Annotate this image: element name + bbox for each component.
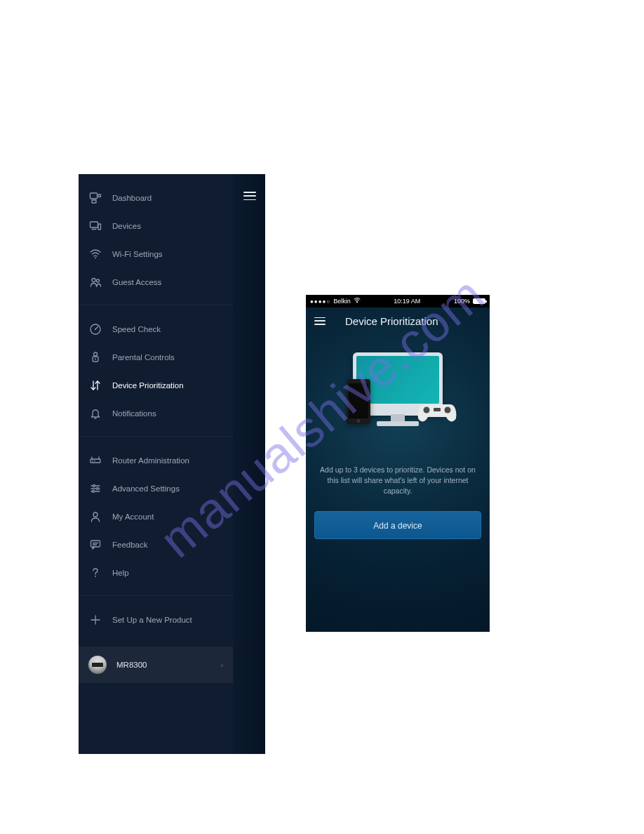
sidebar-item-setup[interactable]: Set Up a New Product bbox=[79, 606, 233, 634]
svg-rect-1 bbox=[98, 194, 101, 197]
guest-icon bbox=[88, 275, 102, 289]
sliders-icon bbox=[88, 482, 102, 496]
svg-rect-39 bbox=[434, 408, 441, 411]
wifi-status-icon bbox=[354, 298, 361, 305]
sidebar-item-label: Dashboard bbox=[112, 194, 152, 202]
svg-rect-30 bbox=[91, 541, 100, 547]
sidebar-item-label: Devices bbox=[112, 222, 141, 230]
svg-rect-0 bbox=[90, 193, 98, 199]
sidebar-item-advanced[interactable]: Advanced Settings bbox=[79, 475, 233, 503]
sidebar-item-label: Set Up a New Product bbox=[112, 616, 192, 624]
svg-point-33 bbox=[95, 576, 96, 577]
sidebar-item-label: Guest Access bbox=[112, 278, 161, 286]
svg-point-6 bbox=[95, 258, 96, 259]
chevron-right-icon: › bbox=[221, 661, 223, 669]
arrows-icon bbox=[88, 378, 102, 392]
signal-dots-icon: ●●●●○ bbox=[310, 298, 330, 305]
devices-illustration bbox=[306, 347, 490, 459]
battery-label: 100% bbox=[454, 298, 470, 305]
router-thumb-icon bbox=[88, 656, 107, 674]
svg-point-28 bbox=[93, 491, 95, 493]
svg-point-11 bbox=[95, 329, 96, 330]
router-icon bbox=[88, 454, 102, 468]
description-text: Add up to 3 devices to prioritize. Devic… bbox=[306, 465, 490, 497]
svg-point-38 bbox=[445, 407, 451, 413]
sidebar-item-feedback[interactable]: Feedback bbox=[79, 531, 233, 559]
svg-point-19 bbox=[92, 461, 93, 462]
nav-group: Set Up a New Product bbox=[79, 595, 233, 642]
svg-point-24 bbox=[93, 485, 95, 487]
chat-icon bbox=[88, 538, 102, 552]
svg-rect-18 bbox=[90, 459, 100, 463]
sidebar-item-label: Router Administration bbox=[112, 456, 189, 465]
sidebar-item-label: Help bbox=[112, 569, 129, 577]
svg-point-14 bbox=[95, 359, 96, 360]
device-name-label: MR8300 bbox=[116, 661, 221, 669]
sidebar-item-devices[interactable]: Devices bbox=[79, 212, 233, 240]
nav-group: DashboardDevicesWi-Fi SettingsGuest Acce… bbox=[79, 174, 233, 305]
titlebar: Device Prioritization bbox=[306, 307, 490, 334]
nav-group: Speed CheckParental ControlsDevice Prior… bbox=[79, 305, 233, 436]
battery-icon bbox=[473, 298, 485, 304]
gauge-icon bbox=[88, 322, 102, 336]
sidebar-item-speed[interactable]: Speed Check bbox=[79, 315, 233, 343]
sidebar-item-label: Parental Controls bbox=[112, 353, 175, 362]
svg-rect-2 bbox=[92, 200, 96, 203]
sidebar-item-priority[interactable]: Device Prioritization bbox=[79, 371, 233, 399]
sidebar-item-help[interactable]: Help bbox=[79, 559, 233, 587]
dashboard-icon bbox=[88, 191, 102, 205]
svg-point-36 bbox=[356, 302, 358, 303]
menu-icon[interactable] bbox=[314, 317, 326, 325]
svg-point-12 bbox=[94, 352, 98, 356]
svg-point-29 bbox=[93, 512, 98, 517]
sidebar-item-label: Speed Check bbox=[112, 325, 161, 333]
svg-point-26 bbox=[97, 488, 99, 490]
phone-detail: ●●●●○ Belkin 10:19 AM 100% Device Priori… bbox=[306, 295, 490, 632]
sidebar-item-label: Notifications bbox=[112, 409, 156, 418]
sidebar-item-dashboard[interactable]: Dashboard bbox=[79, 184, 233, 212]
sidebar-item-wifi[interactable]: Wi-Fi Settings bbox=[79, 240, 233, 268]
phone-graphic bbox=[347, 379, 370, 424]
status-bar: ●●●●○ Belkin 10:19 AM 100% bbox=[306, 295, 490, 307]
sidebar-item-label: Advanced Settings bbox=[112, 484, 180, 493]
question-icon bbox=[88, 566, 102, 580]
svg-rect-3 bbox=[90, 222, 98, 227]
status-time: 10:19 AM bbox=[394, 298, 420, 305]
sidebar-item-label: Wi-Fi Settings bbox=[112, 250, 163, 258]
svg-point-37 bbox=[424, 407, 430, 413]
device-selector[interactable]: MR8300 › bbox=[79, 647, 233, 683]
gamepad-graphic bbox=[417, 400, 457, 425]
add-device-button[interactable]: Add a device bbox=[314, 511, 481, 539]
plus-icon bbox=[88, 613, 102, 627]
sidebar-item-label: My Account bbox=[112, 512, 154, 521]
devices-icon bbox=[88, 219, 102, 233]
bell-icon bbox=[88, 406, 102, 421]
svg-point-20 bbox=[94, 461, 95, 462]
sidebar-item-notify[interactable]: Notifications bbox=[79, 399, 233, 428]
hamburger-icon[interactable] bbox=[243, 192, 256, 200]
lock-icon bbox=[88, 350, 102, 364]
person-icon bbox=[88, 510, 102, 524]
svg-rect-5 bbox=[98, 224, 101, 230]
carrier-label: Belkin bbox=[333, 298, 351, 305]
page-title: Device Prioritization bbox=[345, 315, 438, 327]
sidebar-item-guest[interactable]: Guest Access bbox=[79, 268, 233, 296]
wifi-icon bbox=[88, 247, 102, 261]
phone-menu: DashboardDevicesWi-Fi SettingsGuest Acce… bbox=[79, 174, 265, 754]
sidebar-item-label: Feedback bbox=[112, 541, 148, 549]
menu-backdrop bbox=[233, 174, 265, 754]
sidebar-item-label: Device Prioritization bbox=[112, 381, 184, 390]
svg-point-7 bbox=[92, 279, 95, 282]
nav-group: Router AdministrationAdvanced SettingsMy… bbox=[79, 436, 233, 595]
sidebar-item-account[interactable]: My Account bbox=[79, 503, 233, 531]
sidebar-item-routeradmin[interactable]: Router Administration bbox=[79, 446, 233, 475]
sidebar: DashboardDevicesWi-Fi SettingsGuest Acce… bbox=[79, 174, 233, 754]
sidebar-item-parental[interactable]: Parental Controls bbox=[79, 343, 233, 371]
svg-point-8 bbox=[97, 279, 100, 282]
